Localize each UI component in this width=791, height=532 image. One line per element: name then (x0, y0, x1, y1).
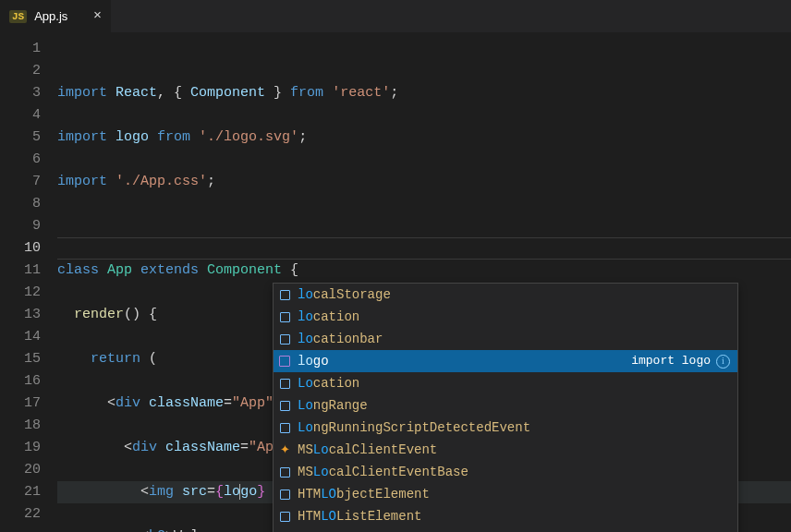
suggest-label: location (298, 307, 359, 327)
line-number: 10 (0, 237, 41, 260)
suggest-label: HTMLObjectElement (298, 484, 430, 504)
suggest-item[interactable]: logoimport logoi (274, 350, 737, 372)
suggest-label: logo (298, 351, 329, 371)
line-number: 20 (0, 459, 41, 481)
line-number: 3 (0, 82, 41, 104)
var-icon (277, 487, 292, 502)
line-number: 16 (0, 370, 41, 393)
var-icon (277, 332, 292, 346)
var-icon (277, 465, 292, 479)
line-number: 7 (0, 171, 41, 193)
suggest-label: MSLocalClientEvent (298, 440, 437, 460)
suggest-label: Location (298, 373, 359, 393)
suggest-item[interactable]: localStorage (274, 284, 737, 306)
suggest-item[interactable]: Location (274, 372, 737, 394)
line-number: 1 (0, 38, 41, 60)
line-number: 15 (0, 348, 41, 370)
var-icon (277, 309, 292, 324)
var-icon (277, 420, 292, 435)
line-number: 12 (0, 282, 41, 304)
line-number: 21 (0, 481, 41, 503)
suggest-item[interactable]: MSLocalClientEventBase (274, 461, 737, 483)
line-number: 8 (0, 193, 41, 215)
var-icon (277, 376, 292, 391)
js-file-icon: JS (9, 10, 27, 23)
suggest-label: LongRange (298, 395, 368, 416)
info-icon[interactable]: i (716, 355, 730, 369)
line-number: 19 (0, 437, 41, 459)
line-number: 14 (0, 326, 41, 348)
suggest-item[interactable]: locationbar (274, 328, 737, 350)
var-icon (277, 398, 292, 413)
suggest-label: LongRunningScriptDetectedEvent (298, 417, 530, 438)
suggest-item[interactable]: location (274, 306, 737, 328)
suggest-detail: import logoi (631, 351, 734, 371)
line-number: 18 (0, 415, 41, 437)
suggest-label: localStorage (298, 284, 391, 305)
line-number: 5 (0, 127, 41, 149)
var-icon (277, 287, 292, 302)
suggest-label: HTMLOListElement (298, 506, 421, 526)
suggest-item[interactable]: HTMLObjectElement (274, 483, 737, 505)
line-number: 2 (0, 60, 41, 82)
tab-app-js[interactable]: JS App.js × (0, 0, 111, 32)
suggest-label: MSLocalClientEventBase (298, 462, 469, 482)
line-number: 6 (0, 149, 41, 171)
line-number: 9 (0, 215, 41, 237)
line-number-gutter: 12345678910111213141516171819202122 (0, 32, 57, 532)
line-number: 17 (0, 393, 41, 415)
tab-bar: JS App.js × (0, 0, 791, 32)
editor-area[interactable]: 12345678910111213141516171819202122 impo… (0, 32, 791, 532)
cls-icon (277, 442, 292, 457)
suggest-label: locationbar (298, 329, 383, 349)
line-number: 11 (0, 260, 41, 282)
suggest-item[interactable]: LongRunningScriptDetectedEvent (274, 417, 737, 439)
close-icon[interactable]: × (93, 8, 102, 24)
mod-icon (277, 354, 292, 369)
var-icon (277, 509, 292, 524)
line-number: 4 (0, 104, 41, 127)
intellisense-suggest-widget[interactable]: localStoragelocationlocationbarlogoimpor… (273, 283, 738, 532)
suggest-label: HTMLOptGroupElement (298, 528, 445, 532)
line-number: 22 (0, 503, 41, 526)
suggest-item[interactable]: HTMLOListElement (274, 505, 737, 527)
line-number: 13 (0, 304, 41, 326)
tab-label: App.js (34, 9, 67, 23)
suggest-item[interactable]: HTMLOptGroupElement (274, 527, 737, 532)
suggest-item[interactable]: MSLocalClientEvent (274, 439, 737, 461)
suggest-item[interactable]: LongRange (274, 394, 737, 417)
